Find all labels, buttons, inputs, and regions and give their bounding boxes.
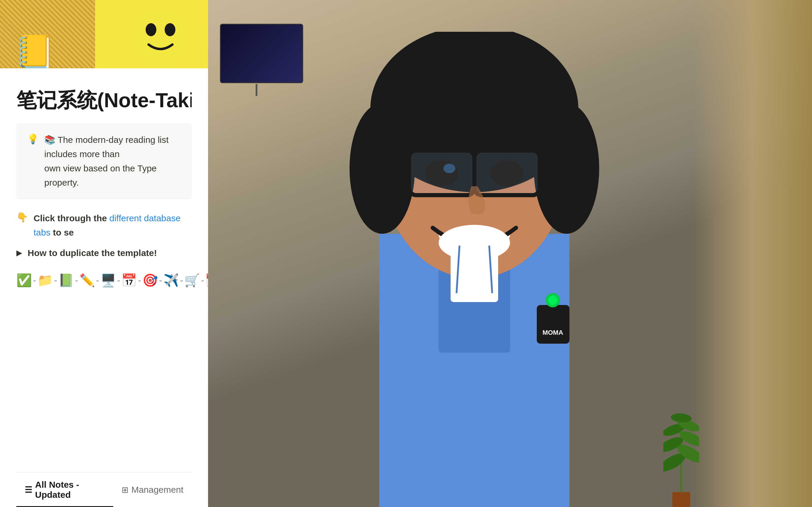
- emoji-bar: ✅ - 📁 - 📗 - ✏️ - 🖥️ - 📅 - 🎯 - ✈️ - 🛒 - 📆…: [16, 273, 192, 287]
- svg-point-25: [425, 160, 458, 186]
- curtain: [693, 0, 812, 507]
- plant: [663, 403, 699, 507]
- callout-box: 💡 📚 The modern-day reading list includes…: [16, 123, 192, 199]
- emoji-4[interactable]: ✏️: [80, 273, 95, 287]
- tabs-bar: ☰ All Notes - Updated ⊞ Management: [16, 472, 192, 507]
- callout-icon: 💡: [27, 133, 39, 145]
- sep-5: -: [117, 275, 120, 286]
- bullet-1-text: Click through the different database tab…: [34, 211, 192, 240]
- page-content: 笔记系统(Note-Taking 💡 📚 The modern-day read…: [0, 68, 208, 507]
- emoji-3[interactable]: 📗: [58, 273, 74, 287]
- right-panel: MOMA: [208, 0, 812, 507]
- person-figure: MOMA: [296, 32, 653, 507]
- cover-image: 📒: [0, 0, 208, 68]
- page-title: 笔记系统(Note-Taking: [16, 89, 192, 111]
- svg-rect-3: [672, 492, 690, 507]
- svg-point-26: [491, 160, 524, 186]
- emoji-10[interactable]: 📆: [205, 273, 208, 287]
- page-icon: 📒: [15, 36, 56, 68]
- tab-management[interactable]: ⊞ Management: [113, 477, 192, 502]
- tab-management-label: Management: [132, 485, 184, 495]
- emoji-1[interactable]: ✅: [16, 273, 32, 287]
- emoji-6[interactable]: 📅: [121, 273, 137, 287]
- sep-3: -: [75, 275, 78, 286]
- sep-2: -: [54, 275, 57, 286]
- svg-rect-32: [537, 305, 569, 344]
- sep-6: -: [138, 275, 141, 286]
- callout-text-line2: own view based on the Type property.: [44, 163, 157, 187]
- emoji-7[interactable]: 🎯: [142, 273, 158, 287]
- bullet-1-icon: 👇: [16, 212, 28, 223]
- callout-text-line1: 📚 The modern-day reading list includes m…: [44, 135, 168, 159]
- svg-point-1: [146, 23, 156, 36]
- bullet-1: 👇 Click through the different database t…: [16, 211, 192, 240]
- svg-text:MOMA: MOMA: [543, 329, 563, 336]
- sep-7: -: [159, 275, 162, 286]
- emoji-8[interactable]: ✈️: [163, 273, 179, 287]
- svg-point-0: [132, 7, 189, 67]
- toggle-arrow-icon: ▶: [16, 248, 22, 258]
- monitor: [220, 24, 303, 83]
- tab-list-icon: ☰: [25, 485, 32, 495]
- left-panel: 📒 笔记系统(Note-Taking 💡 📚 The modern-day re…: [0, 0, 208, 507]
- sep-4: -: [96, 275, 99, 286]
- tab-all-notes[interactable]: ☰ All Notes - Updated: [16, 472, 113, 507]
- emoji-2[interactable]: 📁: [38, 273, 53, 287]
- tab-all-notes-label: All Notes - Updated: [35, 480, 105, 500]
- sep-9: -: [201, 275, 204, 286]
- emoji-5[interactable]: 🖥️: [100, 273, 116, 287]
- callout-bullet-1: 💡 📚 The modern-day reading list includes…: [27, 133, 181, 190]
- toggle-label-1: How to duplicate the template!: [28, 248, 157, 258]
- emoji-9[interactable]: 🛒: [184, 273, 200, 287]
- svg-point-34: [548, 295, 558, 305]
- svg-point-27: [444, 164, 455, 173]
- sep-1: -: [33, 275, 36, 286]
- tab-grid-icon: ⊞: [121, 485, 129, 495]
- svg-point-2: [165, 23, 175, 36]
- monitor-stand: [256, 84, 257, 96]
- toggle-item-1[interactable]: ▶ How to duplicate the template!: [16, 248, 192, 258]
- smiley-face-icon: [131, 6, 190, 68]
- sep-8: -: [180, 275, 184, 286]
